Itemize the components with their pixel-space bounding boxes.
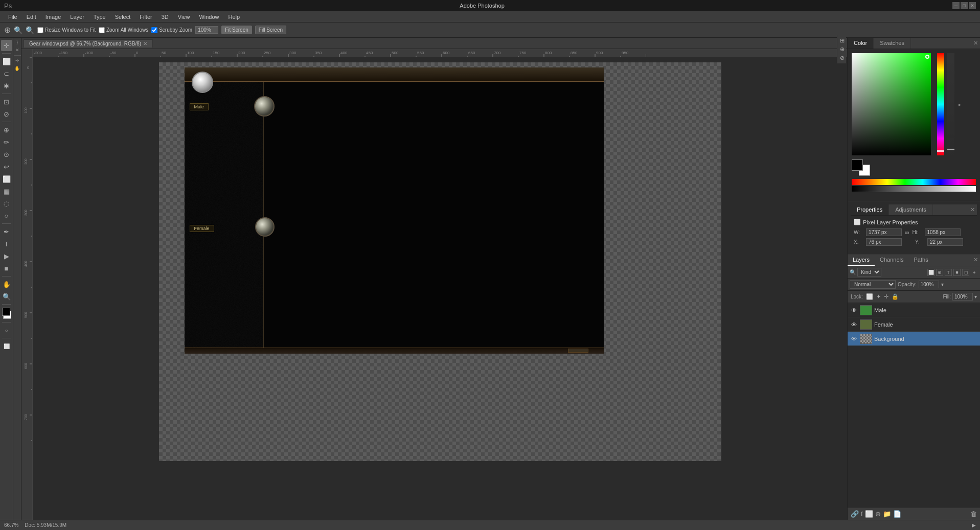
mini-close[interactable]: ✕	[14, 47, 21, 54]
resize-windows-check[interactable]: Resize Windows to Fit	[37, 27, 96, 33]
tab-adjustments[interactable]: Adjustments	[889, 204, 933, 215]
foreground-swatch[interactable]	[852, 159, 863, 171]
opacity-input[interactable]	[919, 281, 939, 288]
zoom-all-windows-check[interactable]: Zoom All Windows	[99, 27, 148, 33]
alpha-bar[interactable]	[947, 53, 954, 155]
opacity-dropdown-icon[interactable]: ▾	[941, 282, 944, 287]
filter-icon-adjust[interactable]: ⊕	[936, 269, 943, 276]
mini-panel-toggle[interactable]: ⟩	[14, 39, 21, 46]
female-gem[interactable]	[255, 217, 275, 237]
male-gem[interactable]	[254, 96, 275, 117]
minimize-button[interactable]: ─	[952, 2, 960, 9]
bottom-color-spectrum[interactable]	[852, 179, 976, 185]
zoom-all-checkbox[interactable]	[99, 27, 105, 33]
new-adjustment-icon[interactable]: ⊕	[875, 510, 881, 518]
quick-mask-tool[interactable]: ○	[1, 325, 12, 336]
zoom-percent-input[interactable]	[195, 26, 218, 34]
layer-eye-background[interactable]: 👁	[850, 335, 858, 343]
lock-transparent-pixels[interactable]: ⬜	[866, 293, 873, 300]
marquee-tool[interactable]: ⬜	[1, 56, 12, 67]
zoom-out-icon[interactable]: 🔍	[26, 26, 34, 34]
clone-tool[interactable]: ⊙	[1, 149, 12, 160]
filter-kind-select[interactable]: Kind	[857, 268, 881, 276]
screen-mode-tool[interactable]: ⬜	[1, 340, 12, 352]
lasso-tool[interactable]: ⊂	[1, 68, 12, 79]
path-select-tool[interactable]: ▶	[1, 250, 12, 262]
menu-3d[interactable]: 3D	[157, 13, 173, 21]
filter-icon-type[interactable]: T	[945, 269, 952, 276]
fill-screen-button[interactable]: Fill Screen	[255, 26, 286, 34]
lock-position[interactable]: ✛	[884, 293, 888, 300]
document-tab-close[interactable]: ✕	[143, 41, 147, 47]
filter-icon-pixel[interactable]: ⬜	[927, 269, 935, 276]
tool-options-icon[interactable]: ⊕	[4, 25, 11, 35]
new-group-icon[interactable]: 📁	[883, 510, 891, 518]
window-controls[interactable]: ─ □ ✕	[952, 2, 976, 9]
close-button[interactable]: ✕	[969, 2, 976, 9]
tab-paths[interactable]: Paths	[909, 255, 933, 266]
add-style-icon[interactable]: f	[861, 510, 863, 518]
resize-windows-checkbox[interactable]	[37, 27, 43, 33]
crop-tool[interactable]: ⊡	[1, 96, 12, 107]
scrubby-zoom-check[interactable]: Scrubby Zoom	[151, 27, 192, 33]
blend-mode-select[interactable]: Normal	[850, 280, 896, 289]
blur-tool[interactable]: ◌	[1, 198, 12, 209]
lock-all[interactable]: 🔒	[892, 293, 899, 300]
canvas-scroll-area[interactable]: Male Female	[33, 57, 847, 520]
mini-tool-2[interactable]: ✋	[14, 65, 21, 72]
maximize-button[interactable]: □	[961, 2, 968, 9]
layer-item-female[interactable]: 👁 Female	[848, 317, 980, 332]
psd-image-frame[interactable]: Male Female	[185, 67, 604, 354]
layer-eye-male[interactable]: 👁	[850, 306, 858, 314]
hand-tool[interactable]: ✋	[1, 279, 12, 290]
brush-tool[interactable]: ✏	[1, 136, 12, 148]
shape-tool[interactable]: ■	[1, 263, 12, 274]
lock-image-pixels[interactable]: ✦	[876, 293, 881, 300]
link-layers-icon[interactable]: 🔗	[851, 510, 859, 518]
layers-panel-close[interactable]: ✕	[971, 255, 980, 266]
eyedropper-tool[interactable]: ⊘	[1, 108, 12, 120]
move-tool[interactable]: ✛	[1, 40, 12, 51]
color-panel-close[interactable]: ✕	[971, 38, 980, 49]
zoom-in-icon[interactable]: 🔍	[14, 26, 22, 34]
alpha-indicator[interactable]	[947, 149, 954, 150]
filter-toggle[interactable]: ●	[971, 269, 978, 276]
right-icon-3[interactable]: ⊘	[838, 54, 846, 61]
menu-file[interactable]: File	[4, 13, 21, 21]
history-brush-tool[interactable]: ↩	[1, 161, 12, 172]
props-panel-close[interactable]: ✕	[968, 204, 977, 215]
fill-dropdown-icon[interactable]: ▾	[974, 294, 977, 299]
y-input[interactable]	[927, 238, 963, 246]
tab-channels[interactable]: Channels	[875, 255, 908, 266]
filter-icon-smart[interactable]: ◻	[962, 269, 969, 276]
color-swatches[interactable]	[1, 307, 12, 320]
magic-wand-tool[interactable]: ✱	[1, 80, 12, 91]
menu-edit[interactable]: Edit	[22, 13, 40, 21]
zoom-tool[interactable]: 🔍	[1, 291, 12, 302]
eraser-tool[interactable]: ⬜	[1, 173, 12, 185]
top-gem[interactable]	[192, 72, 213, 93]
grayscale-spectrum[interactable]	[852, 186, 976, 192]
foreground-color-swatch[interactable]	[2, 308, 10, 316]
h-input[interactable]	[925, 228, 961, 236]
menu-help[interactable]: Help	[224, 13, 244, 21]
tab-swatches[interactable]: Swatches	[874, 38, 911, 49]
menu-select[interactable]: Select	[111, 13, 135, 21]
tab-color[interactable]: Color	[848, 38, 874, 49]
layer-item-male[interactable]: 👁 Male	[848, 303, 980, 317]
link-icon[interactable]: ∞	[905, 229, 909, 236]
w-input[interactable]	[866, 228, 902, 236]
fit-screen-button[interactable]: Fit Screen	[221, 26, 252, 34]
tab-properties[interactable]: Properties	[851, 204, 889, 215]
right-icon-1[interactable]: ⊞	[838, 38, 846, 44]
color-gradient-box[interactable]	[852, 53, 931, 155]
document-tab[interactable]: Gear window.psd @ 66.7% (Background, RGB…	[24, 39, 153, 48]
mini-tool-1[interactable]: ✛	[14, 57, 21, 64]
pen-tool[interactable]: ✒	[1, 226, 12, 237]
add-mask-icon[interactable]: ⬜	[865, 510, 873, 518]
bottom-scroll[interactable]	[568, 349, 588, 353]
layer-eye-female[interactable]: 👁	[850, 320, 858, 329]
delete-layer-icon[interactable]: 🗑	[970, 510, 977, 518]
right-icon-2[interactable]: ⊕	[838, 45, 846, 53]
new-layer-icon[interactable]: 📄	[893, 510, 901, 518]
